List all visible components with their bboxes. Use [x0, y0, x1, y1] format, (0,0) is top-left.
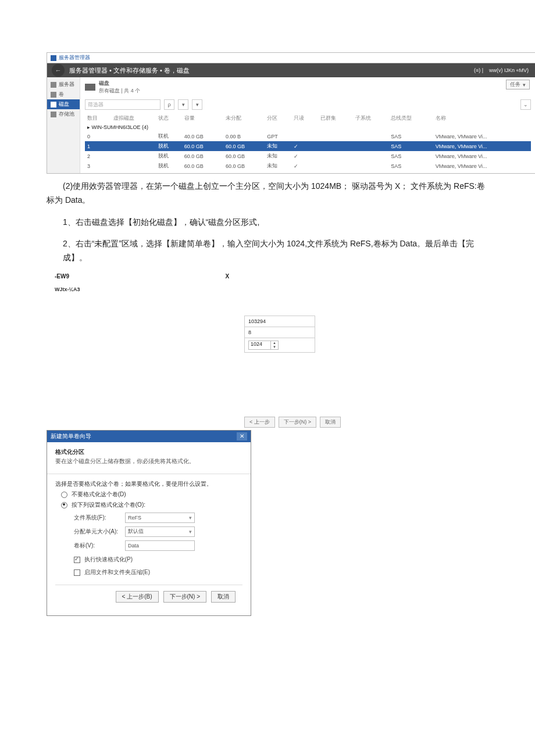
table-row[interactable]: 2脱机 60.0 GB60.0 GB 未知✓ SASVMware, VMware… — [85, 151, 531, 161]
breadcrumb: 服务器管理器 • 文件和存储服务 • 卷，磁盘 — [69, 66, 474, 75]
search-icon[interactable]: ρ — [164, 99, 174, 110]
sidebar: 服务器 卷 磁盘 存储池 — [47, 77, 80, 173]
table-row[interactable]: 0联机 40.0 GB0.00 B GPT SASVMware, VMware … — [85, 131, 531, 141]
chevron-down-icon: ▾ — [523, 82, 526, 88]
section-subtitle: 所有磁盘 | 共 4 个 — [99, 88, 140, 94]
filter-dropdown-2[interactable]: ▾ — [192, 99, 202, 110]
volume-label-input[interactable]: Data — [125, 540, 195, 551]
option-no-format[interactable]: 不要格式化这个卷(D) — [61, 490, 242, 499]
step-2: 2、右击“未配置”区域，选择【新建简单卷】，输入空间大小为 1024,文件系统为… — [63, 237, 488, 265]
sidebar-item-disks[interactable]: 磁盘 — [47, 99, 80, 109]
back-button[interactable]: ← — [52, 64, 65, 77]
upper-next-button[interactable]: 下一步(N) > — [279, 417, 316, 428]
wizard-title: 新建简单卷向导 — [51, 432, 91, 440]
server-manager-window: 服务器管理器 ← 服务器管理器 • 文件和存储服务 • 卷，磁盘 (≡) | w… — [47, 52, 535, 174]
label-allocation: 分配单元大小(A): — [74, 528, 119, 536]
wizard-heading: 格式化分区 — [55, 448, 242, 456]
size-spinner[interactable]: 1024 ▲▼ — [248, 341, 279, 350]
wizard-subheading: 要在这个磁盘分区上储存数据，你必须先将其格式化。 — [55, 457, 242, 465]
new-volume-wizard: 新建简单卷向导 ✕ 格式化分区 要在这个磁盘分区上储存数据，你必须先将其格式化。… — [47, 430, 251, 616]
paragraph-2: (2)使用效劳器管理器，在第一个磁盘上创立一个主分区，空间大小为 1024MB；… — [47, 180, 488, 207]
window-titlebar: 服务器管理器 — [47, 53, 535, 63]
header-right-text: ww(v) IJKn «MV) — [489, 67, 529, 73]
label-filesystem: 文件系统(F): — [74, 514, 119, 522]
frag-label-1: -EW9 — [55, 273, 80, 280]
next-button[interactable]: 下一步(N) > — [163, 591, 207, 603]
menu-icon[interactable]: (≡) | — [474, 67, 483, 73]
table-group-row[interactable]: ▸ WIN-SUMHN6I3LOE (4) — [85, 123, 531, 131]
table-header-row: 数目虚拟磁盘 状态容量 未分配分区 只读已群集 子系统总线类型 名称 — [85, 113, 531, 123]
filter-dropdown-1[interactable]: ▾ — [178, 99, 188, 110]
table-row[interactable]: 1脱机 60.0 GB60.0 GB 未知✓ SASVMware, VMware… — [85, 141, 531, 151]
app-title: 服务器管理器 — [59, 54, 90, 62]
wizard-titlebar: 新建简单卷向导 ✕ — [47, 431, 251, 442]
radio-icon — [61, 502, 67, 508]
back-button[interactable]: < 上一步(B) — [116, 591, 159, 603]
upper-button-bar: < 上一步 下一步(N) > 取消 — [244, 417, 488, 428]
size-box: 103294 8 1024 ▲▼ — [244, 316, 315, 353]
header-bar: ← 服务器管理器 • 文件和存储服务 • 卷，磁盘 (≡) | ww(v) IJ… — [47, 63, 535, 77]
chevron-down-icon: ▾ — [189, 529, 192, 535]
chevron-down-icon: ▾ — [189, 515, 192, 521]
disk-table: 数目虚拟磁盘 状态容量 未分配分区 只读已群集 子系统总线类型 名称 ▸ WIN… — [85, 113, 531, 171]
radio-icon — [61, 492, 67, 498]
spinner-up-icon[interactable]: ▲ — [271, 341, 278, 345]
upper-back-button[interactable]: < 上一步 — [244, 417, 275, 428]
checkbox-icon — [74, 569, 80, 576]
checkbox-icon — [74, 557, 80, 563]
cancel-button[interactable]: 取消 — [211, 591, 236, 603]
tasks-button[interactable]: 任务▾ — [506, 80, 530, 89]
filter-input[interactable]: 筛选器 — [85, 99, 160, 110]
label-volume-label: 卷标(V): — [74, 542, 119, 550]
app-icon — [51, 55, 56, 61]
frag-label-2: WJtx-¼A3 — [55, 286, 80, 292]
sidebar-item-pools[interactable]: 存储池 — [47, 109, 80, 119]
upper-cancel-button[interactable]: 取消 — [320, 417, 341, 428]
checkbox-quick-format[interactable]: 执行快速格式化(P) — [74, 556, 242, 564]
checkbox-compression[interactable]: 启用文件和文件夹压缩(E) — [74, 568, 242, 576]
size-value-3: 1024 — [249, 341, 270, 349]
table-row[interactable]: 3脱机 60.0 GB60.0 GB 未知✓ SASVMware, VMware… — [85, 161, 531, 171]
expand-icon[interactable]: ⌄ — [520, 99, 531, 110]
close-button[interactable]: ✕ — [237, 432, 247, 440]
spinner-down-icon[interactable]: ▼ — [271, 345, 278, 349]
wizard-prompt: 选择是否要格式化这个卷；如果要格式化，要使用什么设置。 — [55, 480, 242, 488]
disk-icon — [85, 84, 95, 91]
allocation-select[interactable]: 默认值▾ — [125, 526, 195, 537]
sidebar-item-volumes[interactable]: 卷 — [47, 89, 80, 99]
size-value-1: 103294 — [248, 318, 266, 324]
step-1: 1、右击磁盘选择【初始化磁盘】，确认“磁盘分区形式, — [63, 216, 488, 230]
frag-x: X — [226, 273, 230, 280]
size-value-2: 8 — [248, 329, 251, 335]
sidebar-item-servers[interactable]: 服务器 — [47, 80, 80, 89]
filesystem-select[interactable]: ReFS▾ — [125, 513, 195, 523]
section-title: 磁盘 — [99, 80, 109, 86]
option-format[interactable]: 按下列设置格式化这个卷(O): — [61, 501, 242, 509]
